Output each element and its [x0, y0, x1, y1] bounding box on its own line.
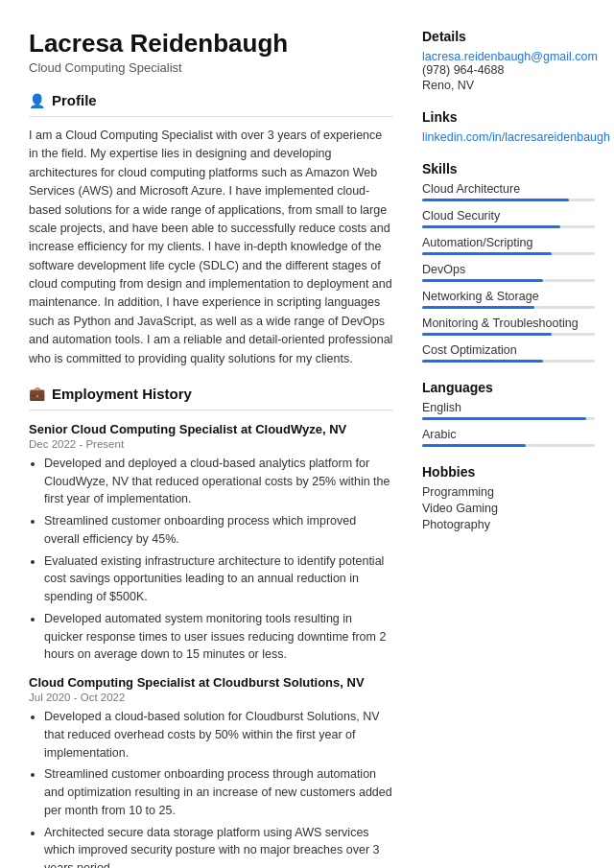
skill-2-bar: [422, 225, 560, 228]
page: Lacresa Reidenbaugh Cloud Computing Spec…: [0, 0, 614, 868]
job-1: Senior Cloud Computing Specialist at Clo…: [29, 422, 393, 664]
job-1-date: Dec 2022 - Present: [29, 438, 393, 450]
job-2-bullets: Developed a cloud-based solution for Clo…: [29, 708, 393, 868]
job-1-bullet-2: Streamlined customer onboarding process …: [44, 512, 393, 549]
location: Reno, NV: [422, 79, 595, 92]
lang-1-bar: [422, 417, 586, 420]
job-1-bullet-1: Developed and deployed a cloud-based ana…: [44, 455, 393, 508]
skill-5: Networking & Storage: [422, 290, 595, 309]
languages-section-title: Languages: [422, 380, 595, 395]
job-1-bullet-3: Evaluated existing infrastructure archit…: [44, 552, 393, 606]
job-1-bullets: Developed and deployed a cloud-based ana…: [29, 455, 393, 664]
skills-section-title: Skills: [422, 161, 595, 176]
profile-icon: 👤: [29, 93, 45, 108]
linkedin-link[interactable]: linkedin.com/in/lacresareidenbaugh: [422, 130, 595, 144]
header: Lacresa Reidenbaugh Cloud Computing Spec…: [29, 29, 393, 75]
lang-2-bar: [422, 444, 526, 447]
job-1-title: Senior Cloud Computing Specialist at Clo…: [29, 422, 393, 436]
hobby-1: Programming: [422, 485, 595, 499]
skill-2: Cloud Security: [422, 209, 595, 228]
job-1-bullet-4: Developed automated system monitoring to…: [44, 610, 393, 664]
profile-text: I am a Cloud Computing Specialist with o…: [29, 127, 393, 368]
links-section-title: Links: [422, 109, 595, 125]
skill-1: Cloud Architecture: [422, 182, 595, 201]
skill-6-bar: [422, 333, 552, 336]
hobbies-section-title: Hobbies: [422, 464, 595, 480]
job-2-title: Cloud Computing Specialist at Cloudburst…: [29, 675, 393, 690]
employment-divider: [29, 410, 393, 411]
candidate-name: Lacresa Reidenbaugh: [29, 29, 393, 59]
skill-6: Monitoring & Troubleshooting: [422, 317, 595, 336]
candidate-title: Cloud Computing Specialist: [29, 60, 393, 75]
email-link[interactable]: lacresa.reidenbaugh@gmail.com: [422, 50, 595, 63]
job-2-bullet-2: Streamlined customer onboarding process …: [44, 765, 393, 819]
hobby-2: Video Gaming: [422, 502, 595, 515]
job-2-bullet-3: Architected secure data storage platform…: [44, 824, 393, 868]
lang-2: Arabic: [422, 428, 595, 447]
right-column: Details lacresa.reidenbaugh@gmail.com (9…: [422, 29, 595, 868]
profile-section-title: 👤 Profile: [29, 92, 393, 108]
employment-section-title: 💼 Employment History: [29, 386, 393, 402]
phone: (978) 964-4688: [422, 63, 595, 77]
skill-4: DevOps: [422, 263, 595, 282]
job-2-date: Jul 2020 - Oct 2022: [29, 692, 393, 703]
skill-1-bar: [422, 199, 569, 201]
job-2-bullet-1: Developed a cloud-based solution for Clo…: [44, 708, 393, 762]
left-column: Lacresa Reidenbaugh Cloud Computing Spec…: [29, 29, 393, 868]
skill-4-bar: [422, 279, 543, 282]
hobby-3: Photography: [422, 518, 595, 531]
skill-3: Automation/Scripting: [422, 236, 595, 255]
skill-7: Cost Optimization: [422, 343, 595, 363]
lang-1: English: [422, 401, 595, 420]
skill-5-bar: [422, 306, 534, 309]
employment-icon: 💼: [29, 386, 45, 401]
skill-7-bar: [422, 360, 543, 363]
skill-3-bar: [422, 252, 552, 255]
details-section-title: Details: [422, 29, 595, 44]
profile-divider: [29, 116, 393, 117]
job-2: Cloud Computing Specialist at Cloudburst…: [29, 675, 393, 868]
